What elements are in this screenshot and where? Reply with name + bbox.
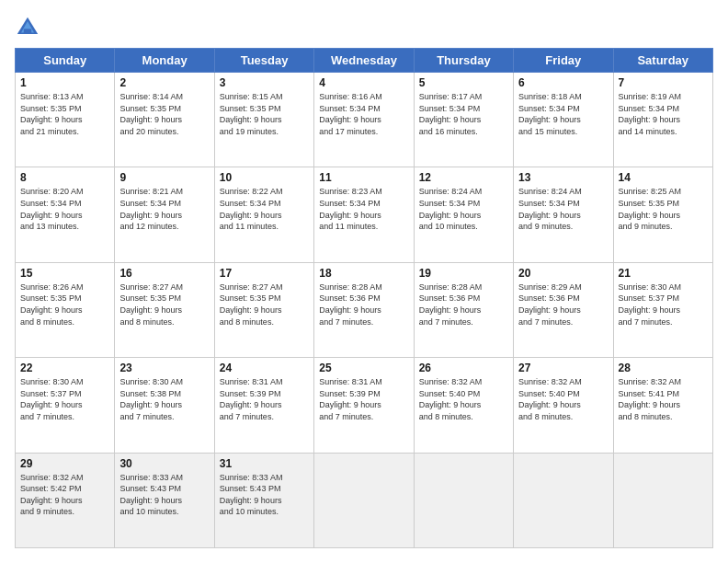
table-row: 5 Sunrise: 8:17 AM Sunset: 5:34 PM Dayli… [414, 73, 513, 167]
day-number: 8 [20, 171, 109, 184]
cell-content: Sunrise: 8:21 AM Sunset: 5:34 PM Dayligh… [119, 186, 209, 232]
header [15, 15, 713, 40]
page: Sunday Monday Tuesday Wednesday Thursday… [0, 0, 728, 563]
day-number: 30 [119, 457, 209, 470]
table-row: 15 Sunrise: 8:26 AM Sunset: 5:35 PM Dayl… [16, 262, 115, 357]
logo-icon [15, 15, 40, 40]
cell-content: Sunrise: 8:26 AM Sunset: 5:35 PM Dayligh… [20, 282, 109, 327]
cell-content: Sunrise: 8:25 AM Sunset: 5:35 PM Dayligh… [619, 186, 708, 232]
col-thursday: Thursday [414, 49, 513, 73]
cell-content: Sunrise: 8:23 AM Sunset: 5:34 PM Dayligh… [319, 186, 408, 232]
calendar-week-row: 22 Sunrise: 8:30 AM Sunset: 5:37 PM Dayl… [16, 358, 713, 453]
col-tuesday: Tuesday [214, 49, 313, 73]
col-monday: Monday [115, 49, 214, 73]
calendar-week-row: 1 Sunrise: 8:13 AM Sunset: 5:35 PM Dayli… [16, 73, 713, 167]
col-saturday: Saturday [613, 49, 712, 73]
day-number: 3 [220, 76, 309, 89]
cell-content: Sunrise: 8:32 AM Sunset: 5:40 PM Dayligh… [419, 376, 508, 422]
table-row: 23 Sunrise: 8:30 AM Sunset: 5:38 PM Dayl… [115, 358, 214, 453]
cell-content: Sunrise: 8:29 AM Sunset: 5:36 PM Dayligh… [518, 282, 608, 327]
table-row: 25 Sunrise: 8:31 AM Sunset: 5:39 PM Dayl… [314, 358, 414, 453]
cell-content: Sunrise: 8:24 AM Sunset: 5:34 PM Dayligh… [518, 186, 608, 232]
col-sunday: Sunday [16, 49, 115, 73]
calendar-header-row: Sunday Monday Tuesday Wednesday Thursday… [16, 49, 713, 73]
table-row: 31 Sunrise: 8:33 AM Sunset: 5:43 PM Dayl… [214, 453, 313, 547]
day-number: 1 [20, 76, 109, 89]
calendar: Sunday Monday Tuesday Wednesday Thursday… [15, 48, 713, 548]
empty-cell [514, 453, 613, 547]
table-row: 16 Sunrise: 8:27 AM Sunset: 5:35 PM Dayl… [115, 262, 214, 357]
day-number: 6 [518, 76, 608, 89]
cell-content: Sunrise: 8:32 AM Sunset: 5:41 PM Dayligh… [619, 376, 708, 422]
table-row: 24 Sunrise: 8:31 AM Sunset: 5:39 PM Dayl… [214, 358, 313, 453]
calendar-week-row: 29 Sunrise: 8:32 AM Sunset: 5:42 PM Dayl… [16, 453, 713, 547]
day-number: 9 [119, 171, 209, 184]
day-number: 28 [619, 362, 708, 374]
day-number: 27 [518, 362, 608, 374]
table-row: 19 Sunrise: 8:28 AM Sunset: 5:36 PM Dayl… [414, 262, 513, 357]
table-row: 13 Sunrise: 8:24 AM Sunset: 5:34 PM Dayl… [514, 167, 613, 262]
day-number: 22 [20, 362, 109, 374]
col-wednesday: Wednesday [314, 49, 414, 73]
day-number: 24 [220, 362, 309, 374]
day-number: 23 [119, 362, 209, 374]
cell-content: Sunrise: 8:33 AM Sunset: 5:43 PM Dayligh… [220, 472, 309, 518]
day-number: 31 [220, 457, 309, 470]
day-number: 7 [619, 76, 708, 89]
cell-content: Sunrise: 8:24 AM Sunset: 5:34 PM Dayligh… [419, 186, 508, 232]
cell-content: Sunrise: 8:30 AM Sunset: 5:37 PM Dayligh… [20, 376, 109, 422]
table-row: 14 Sunrise: 8:25 AM Sunset: 5:35 PM Dayl… [613, 167, 712, 262]
cell-content: Sunrise: 8:13 AM Sunset: 5:35 PM Dayligh… [20, 91, 109, 137]
day-number: 26 [419, 362, 508, 374]
cell-content: Sunrise: 8:30 AM Sunset: 5:37 PM Dayligh… [619, 282, 708, 327]
cell-content: Sunrise: 8:20 AM Sunset: 5:34 PM Dayligh… [20, 186, 109, 232]
day-number: 29 [20, 457, 109, 470]
cell-content: Sunrise: 8:18 AM Sunset: 5:34 PM Dayligh… [518, 91, 608, 137]
day-number: 12 [419, 171, 508, 184]
day-number: 2 [119, 76, 209, 89]
cell-content: Sunrise: 8:31 AM Sunset: 5:39 PM Dayligh… [319, 376, 408, 422]
table-row: 28 Sunrise: 8:32 AM Sunset: 5:41 PM Dayl… [613, 358, 712, 453]
empty-cell [613, 453, 712, 547]
cell-content: Sunrise: 8:33 AM Sunset: 5:43 PM Dayligh… [119, 472, 209, 518]
table-row: 11 Sunrise: 8:23 AM Sunset: 5:34 PM Dayl… [314, 167, 414, 262]
cell-content: Sunrise: 8:14 AM Sunset: 5:35 PM Dayligh… [119, 91, 209, 137]
table-row: 3 Sunrise: 8:15 AM Sunset: 5:35 PM Dayli… [214, 73, 313, 167]
cell-content: Sunrise: 8:31 AM Sunset: 5:39 PM Dayligh… [220, 376, 309, 422]
table-row: 22 Sunrise: 8:30 AM Sunset: 5:37 PM Dayl… [16, 358, 115, 453]
day-number: 17 [220, 267, 309, 280]
table-row: 9 Sunrise: 8:21 AM Sunset: 5:34 PM Dayli… [115, 167, 214, 262]
day-number: 15 [20, 267, 109, 280]
logo [15, 15, 44, 40]
table-row: 17 Sunrise: 8:27 AM Sunset: 5:35 PM Dayl… [214, 262, 313, 357]
svg-rect-2 [24, 29, 31, 34]
cell-content: Sunrise: 8:32 AM Sunset: 5:40 PM Dayligh… [518, 376, 608, 422]
table-row: 7 Sunrise: 8:19 AM Sunset: 5:34 PM Dayli… [613, 73, 712, 167]
table-row: 20 Sunrise: 8:29 AM Sunset: 5:36 PM Dayl… [514, 262, 613, 357]
day-number: 21 [619, 267, 708, 280]
day-number: 25 [319, 362, 408, 374]
table-row: 26 Sunrise: 8:32 AM Sunset: 5:40 PM Dayl… [414, 358, 513, 453]
table-row: 29 Sunrise: 8:32 AM Sunset: 5:42 PM Dayl… [16, 453, 115, 547]
table-row: 18 Sunrise: 8:28 AM Sunset: 5:36 PM Dayl… [314, 262, 414, 357]
table-row: 1 Sunrise: 8:13 AM Sunset: 5:35 PM Dayli… [16, 73, 115, 167]
table-row: 30 Sunrise: 8:33 AM Sunset: 5:43 PM Dayl… [115, 453, 214, 547]
cell-content: Sunrise: 8:16 AM Sunset: 5:34 PM Dayligh… [319, 91, 408, 137]
table-row: 4 Sunrise: 8:16 AM Sunset: 5:34 PM Dayli… [314, 73, 414, 167]
day-number: 4 [319, 76, 408, 89]
day-number: 19 [419, 267, 508, 280]
cell-content: Sunrise: 8:32 AM Sunset: 5:42 PM Dayligh… [20, 472, 109, 518]
table-row: 21 Sunrise: 8:30 AM Sunset: 5:37 PM Dayl… [613, 262, 712, 357]
cell-content: Sunrise: 8:15 AM Sunset: 5:35 PM Dayligh… [220, 91, 309, 137]
empty-cell [314, 453, 414, 547]
cell-content: Sunrise: 8:17 AM Sunset: 5:34 PM Dayligh… [419, 91, 508, 137]
day-number: 11 [319, 171, 408, 184]
day-number: 14 [619, 171, 708, 184]
day-number: 18 [319, 267, 408, 280]
table-row: 2 Sunrise: 8:14 AM Sunset: 5:35 PM Dayli… [115, 73, 214, 167]
table-row: 10 Sunrise: 8:22 AM Sunset: 5:34 PM Dayl… [214, 167, 313, 262]
day-number: 16 [119, 267, 209, 280]
table-row: 12 Sunrise: 8:24 AM Sunset: 5:34 PM Dayl… [414, 167, 513, 262]
day-number: 20 [518, 267, 608, 280]
day-number: 5 [419, 76, 508, 89]
